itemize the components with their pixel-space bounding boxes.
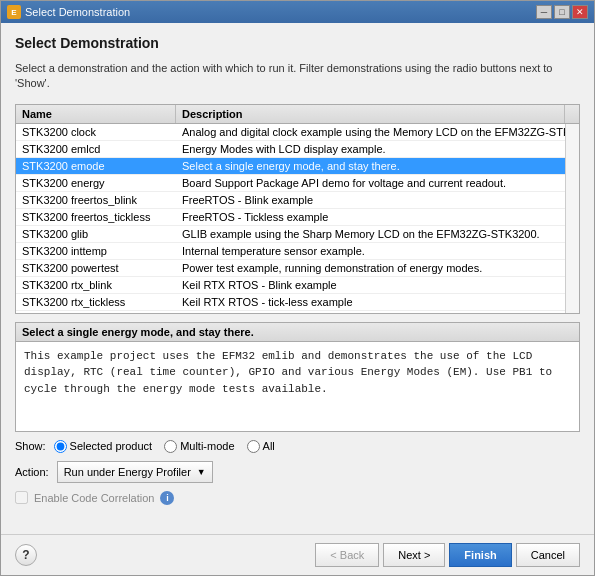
description-panel: Select a single energy mode, and stay th… (15, 322, 580, 432)
row-name: STK3200 emode (16, 158, 176, 174)
row-name: STK3200 rtx_tickless_nolcd (16, 311, 176, 313)
table-body[interactable]: STK3200 clock Analog and digital clock e… (16, 124, 565, 313)
table-row[interactable]: STK3200 rtx_blink Keil RTX RTOS - Blink … (16, 277, 565, 294)
table-row[interactable]: STK3200 freertos_tickless FreeRTOS - Tic… (16, 209, 565, 226)
row-description: GLIB example using the Sharp Memory LCD … (176, 226, 565, 242)
minimize-button[interactable]: ─ (536, 5, 552, 19)
help-button[interactable]: ? (15, 544, 37, 566)
page-title: Select Demonstration (15, 35, 580, 51)
row-description: Select a single energy mode, and stay th… (176, 158, 565, 174)
code-correlation-label: Enable Code Correlation (34, 492, 154, 504)
demonstrations-table: Name Description STK3200 clock Analog an… (15, 104, 580, 314)
name-column-header: Name (16, 105, 176, 123)
row-name: STK3200 rtx_tickless (16, 294, 176, 310)
radio-all[interactable]: All (247, 440, 275, 453)
row-name: STK3200 freertos_tickless (16, 209, 176, 225)
row-description: FreeRTOS - Blink example (176, 192, 565, 208)
table-scrollbar[interactable] (565, 124, 579, 313)
row-description: Keil RTX RTOS - tick-less example with L… (176, 311, 565, 313)
show-radio-group: Selected product Multi-mode All (54, 440, 275, 453)
table-row[interactable]: STK3200 rtx_tickless_nolcd Keil RTX RTOS… (16, 311, 565, 313)
row-name: STK3200 powertest (16, 260, 176, 276)
info-icon[interactable]: i (160, 491, 174, 505)
cancel-button[interactable]: Cancel (516, 543, 580, 567)
show-label: Show: (15, 440, 46, 452)
action-dropdown[interactable]: Run under Energy Profiler ▼ (57, 461, 213, 483)
row-name: STK3200 clock (16, 124, 176, 140)
row-description: Analog and digital clock example using t… (176, 124, 565, 140)
enable-code-correlation-checkbox (15, 491, 28, 504)
table-row[interactable]: STK3200 emlcd Energy Modes with LCD disp… (16, 141, 565, 158)
dropdown-arrow-icon: ▼ (197, 467, 206, 477)
row-description: Power test example, running demonstratio… (176, 260, 565, 276)
next-button[interactable]: Next > (383, 543, 445, 567)
description-column-header: Description (176, 105, 565, 123)
content-area: Select Demonstration Select a demonstrat… (1, 23, 594, 534)
table-row[interactable]: STK3200 clock Analog and digital clock e… (16, 124, 565, 141)
window-icon: E (7, 5, 21, 19)
description-body: This example project uses the EFM32 emli… (16, 342, 579, 431)
action-row: Action: Run under Energy Profiler ▼ (15, 461, 580, 483)
table-row[interactable]: STK3200 rtx_tickless Keil RTX RTOS - tic… (16, 294, 565, 311)
row-name: STK3200 glib (16, 226, 176, 242)
bottom-bar: ? < Back Next > Finish Cancel (1, 534, 594, 575)
main-window: E Select Demonstration ─ □ ✕ Select Demo… (0, 0, 595, 576)
code-correlation-row: Enable Code Correlation i (15, 491, 580, 505)
maximize-button[interactable]: □ (554, 5, 570, 19)
row-description: Keil RTX RTOS - Blink example (176, 277, 565, 293)
row-description: Board Support Package API demo for volta… (176, 175, 565, 191)
row-description: FreeRTOS - Tickless example (176, 209, 565, 225)
table-row[interactable]: STK3200 inttemp Internal temperature sen… (16, 243, 565, 260)
action-value: Run under Energy Profiler (64, 466, 191, 478)
radio-multi-mode[interactable]: Multi-mode (164, 440, 234, 453)
close-button[interactable]: ✕ (572, 5, 588, 19)
table-row[interactable]: STK3200 emode Select a single energy mod… (16, 158, 565, 175)
table-row[interactable]: STK3200 powertest Power test example, ru… (16, 260, 565, 277)
table-header: Name Description (16, 105, 579, 124)
back-button[interactable]: < Back (315, 543, 379, 567)
row-name: STK3200 rtx_blink (16, 277, 176, 293)
row-name: STK3200 freertos_blink (16, 192, 176, 208)
show-filter-row: Show: Selected product Multi-mode All (15, 440, 580, 453)
description-header: Select a single energy mode, and stay th… (16, 323, 579, 342)
navigation-buttons: < Back Next > Finish Cancel (315, 543, 580, 567)
row-description: Keil RTX RTOS - tick-less example (176, 294, 565, 310)
row-description: Internal temperature sensor example. (176, 243, 565, 259)
row-name: STK3200 inttemp (16, 243, 176, 259)
action-label: Action: (15, 466, 49, 478)
row-name: STK3200 energy (16, 175, 176, 191)
row-description: Energy Modes with LCD display example. (176, 141, 565, 157)
row-name: STK3200 emlcd (16, 141, 176, 157)
radio-selected-product[interactable]: Selected product (54, 440, 153, 453)
window-title: Select Demonstration (25, 6, 130, 18)
table-row[interactable]: STK3200 energy Board Support Package API… (16, 175, 565, 192)
table-row[interactable]: STK3200 glib GLIB example using the Shar… (16, 226, 565, 243)
title-bar: E Select Demonstration ─ □ ✕ (1, 1, 594, 23)
page-description: Select a demonstration and the action wi… (15, 61, 580, 92)
finish-button[interactable]: Finish (449, 543, 511, 567)
table-row[interactable]: STK3200 freertos_blink FreeRTOS - Blink … (16, 192, 565, 209)
